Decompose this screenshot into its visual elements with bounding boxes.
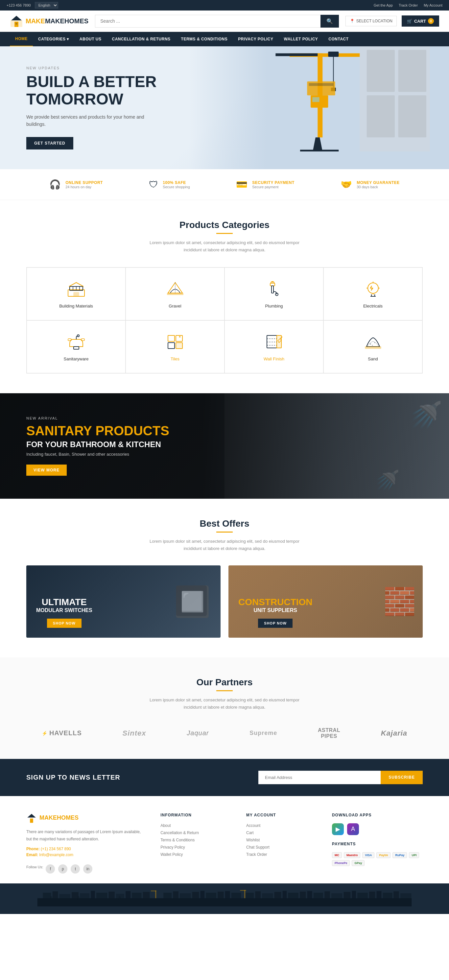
footer-link-terms[interactable]: Terms & Conditions xyxy=(161,838,233,842)
nav-item-cancellation[interactable]: CANCELLATION & RETURNS xyxy=(107,32,175,46)
feature-support-text: ONLINE SUPPORT 24 hours on day xyxy=(65,180,103,189)
feature-safe-text: 100% SAFE Secure shopping xyxy=(163,180,190,189)
nav-item-contact[interactable]: CONTACT xyxy=(323,32,353,46)
sanitary-banner: 🚿 🚿 NEW ARRIVAL SANITARY PRODUCTS FOR YO… xyxy=(0,393,449,499)
footer-link-about[interactable]: About xyxy=(161,823,233,828)
social-facebook-icon[interactable]: f xyxy=(46,864,55,873)
track-order-link[interactable]: Track Order xyxy=(399,3,418,7)
features-section: 🎧 ONLINE SUPPORT 24 hours on day 🛡 100% … xyxy=(0,169,449,200)
svg-rect-92 xyxy=(283,891,287,899)
hero-tag: NEW UPDATES xyxy=(26,66,164,70)
sanitaryware-icon xyxy=(65,332,88,352)
partner-astral: ASTRALPIPES xyxy=(318,727,340,739)
search-input[interactable] xyxy=(95,15,320,28)
category-sand[interactable]: Sand xyxy=(323,320,422,373)
footer-link-cancellation[interactable]: Cancellation & Return xyxy=(161,830,233,835)
hero-title: BUILD A BETTER TOMORROW xyxy=(26,73,164,108)
svg-rect-67 xyxy=(80,893,89,898)
offer-modular-content: ULTIMATE MODULAR SWITCHES SHOP NOW xyxy=(36,597,92,628)
nav-item-about[interactable]: ABOUT US xyxy=(74,32,107,46)
social-pinterest-icon[interactable]: p xyxy=(58,864,67,873)
category-tiles[interactable]: Tiles xyxy=(126,320,224,373)
svg-rect-11 xyxy=(275,53,317,56)
svg-rect-63 xyxy=(43,892,51,898)
main-nav: HOME CATEGORIES ▾ ABOUT US CANCELLATION … xyxy=(0,32,449,46)
header-actions: 📍 SELECT LOCATION 🛒 CART 0 xyxy=(346,16,439,27)
nav-item-privacy[interactable]: PRIVACY POLICY xyxy=(233,32,279,46)
gravel-icon xyxy=(164,279,187,299)
svg-point-108 xyxy=(78,896,80,900)
get-app-link[interactable]: Get the App xyxy=(374,3,393,7)
cart-button[interactable]: 🛒 CART 0 xyxy=(402,16,439,27)
city-silhouette-svg xyxy=(26,890,423,907)
footer-grid: MAKEHOMES There are many variations of p… xyxy=(26,813,423,873)
offer-modular-cta[interactable]: SHOP NOW xyxy=(47,619,81,628)
location-label: SELECT LOCATION xyxy=(356,19,392,23)
svg-rect-5 xyxy=(367,50,395,92)
footer-link-privacy[interactable]: Privacy Policy xyxy=(161,845,233,850)
svg-rect-96 xyxy=(314,892,323,898)
svg-marker-60 xyxy=(27,814,36,818)
partners-underline xyxy=(216,690,233,691)
nav-item-terms[interactable]: TERMS & CONDITIONS xyxy=(176,32,233,46)
svg-point-107 xyxy=(50,896,52,900)
partner-supreme: Supreme xyxy=(250,730,277,737)
hero-title-line1: BUILD A BETTER xyxy=(26,73,156,90)
feature-support-title: ONLINE SUPPORT xyxy=(65,180,103,185)
tiles-label: Tiles xyxy=(170,356,180,361)
logo[interactable]: MAKEMAKEHOMES xyxy=(10,14,88,28)
footer-phone-label: Phone: xyxy=(26,846,41,851)
nav-item-categories[interactable]: CATEGORIES ▾ xyxy=(33,32,74,46)
select-location-button[interactable]: 📍 SELECT LOCATION xyxy=(346,16,397,26)
nav-item-wallet[interactable]: WALLET POLICY xyxy=(279,32,323,46)
category-electricals[interactable]: Electricals xyxy=(323,267,422,320)
safe-icon: 🛡 xyxy=(149,179,158,190)
social-instagram-icon[interactable]: in xyxy=(83,864,92,873)
footer-link-cart[interactable]: Cart xyxy=(246,830,319,835)
phone-number: +123 456 7890 xyxy=(6,3,31,7)
category-plumbing[interactable]: Plumbing xyxy=(224,267,323,320)
category-gravel[interactable]: Gravel xyxy=(126,267,224,320)
footer-logo: MAKEHOMES xyxy=(26,813,147,823)
phonepe-icon: PhonePe xyxy=(332,860,350,866)
svg-rect-101 xyxy=(357,892,368,898)
jaquar-label: Jaquar xyxy=(187,729,209,737)
footer-link-account[interactable]: Account xyxy=(246,823,319,828)
footer-account-col: MY ACCOUNT Account Cart Wishlist Chat Su… xyxy=(246,813,319,873)
hero-crane-svg xyxy=(236,46,449,151)
svg-rect-18 xyxy=(312,97,319,102)
svg-rect-20 xyxy=(300,150,339,151)
sanitary-cta-button[interactable]: VIEW MORE xyxy=(26,465,67,476)
footer-link-chat[interactable]: Chat Support xyxy=(246,845,319,850)
social-twitter-icon[interactable]: t xyxy=(71,864,80,873)
svg-rect-102 xyxy=(369,892,375,898)
newsletter-subscribe-button[interactable]: SUBSCRIBE xyxy=(381,771,423,784)
svg-rect-88 xyxy=(245,892,254,898)
nav-item-home[interactable]: HOME xyxy=(10,32,33,46)
kajaria-label: Kajaria xyxy=(381,729,407,738)
sanitary-title: SANITARY PRODUCTS xyxy=(26,423,169,438)
footer-email: Email: Info@example.com xyxy=(26,853,147,857)
search-button[interactable]: 🔍 xyxy=(320,15,339,28)
footer-link-track[interactable]: Track Order xyxy=(246,852,319,857)
plumbing-icon xyxy=(263,279,286,299)
footer-link-wallet[interactable]: Wallet Policy xyxy=(161,852,233,857)
svg-rect-85 xyxy=(231,892,241,898)
category-sanitaryware[interactable]: Sanitaryware xyxy=(27,320,126,373)
svg-rect-70 xyxy=(109,892,115,898)
svg-point-58 xyxy=(374,342,375,343)
category-wall-finish[interactable]: Wall Finish xyxy=(224,320,323,373)
category-building-materials[interactable]: Building Materials xyxy=(27,267,126,320)
offer-construction-cta[interactable]: SHOP NOW xyxy=(258,619,293,628)
hero-cta-button[interactable]: GET STARTED xyxy=(26,137,73,150)
newsletter-email-input[interactable] xyxy=(258,771,381,784)
svg-rect-103 xyxy=(377,891,382,898)
app-store-icon[interactable]: A xyxy=(347,823,359,835)
google-play-icon[interactable]: ▶ xyxy=(332,823,344,835)
footer-bottom xyxy=(0,883,449,914)
svg-rect-69 xyxy=(96,892,107,898)
footer-link-wishlist[interactable]: Wishlist xyxy=(246,838,319,842)
language-selector[interactable]: English xyxy=(35,2,58,8)
my-account-link[interactable]: My Account xyxy=(424,3,443,7)
partners-title: Our Partners xyxy=(26,677,423,687)
